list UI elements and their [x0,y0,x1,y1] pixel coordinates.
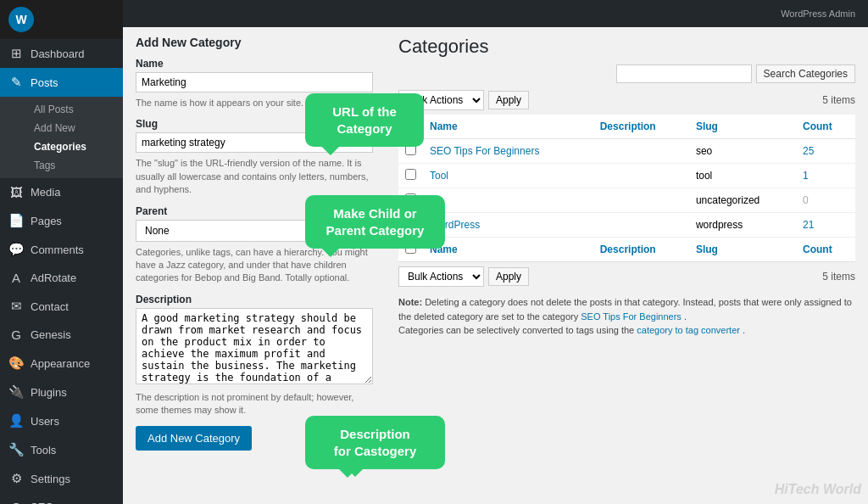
note-section: Note: Deleting a category does not delet… [398,295,855,338]
submenu-categories[interactable]: Categories [25,137,123,156]
sidebar-label-seo: SEO [31,501,53,504]
categories-table-panel: Categories Search Categories Bulk Action… [386,27,868,504]
watermark: HiTech World [775,482,861,497]
items-count-top: 5 items [822,94,855,106]
col-slug-footer[interactable]: Slug [689,238,796,262]
sidebar-item-settings[interactable]: ⚙ Settings [0,464,123,493]
slug-hint: The "slug" is the URL-friendly version o… [136,157,373,196]
sidebar-item-contact[interactable]: ✉ Contact [0,292,123,321]
sidebar-item-users[interactable]: 👤 Users [0,406,123,435]
row-count: 21 [796,213,855,238]
row-checkbox[interactable] [405,193,416,204]
select-all-header[interactable] [398,115,423,139]
cat-name-empty [423,188,593,213]
row-slug: wordpress [689,213,796,238]
search-input[interactable] [616,64,752,83]
comments-icon: 💬 [8,242,24,257]
content-area: Add New Category Name The name is how it… [123,27,868,504]
sidebar-item-adrotate[interactable]: A AdRotate [0,264,123,292]
sidebar-label-appearance: Appearance [31,357,90,370]
description-textarea[interactable]: A good marketing strategy should be draw… [136,308,373,384]
row-checkbox[interactable] [405,218,416,229]
sidebar-item-pages[interactable]: 📄 Pages [0,206,123,235]
col-name-footer[interactable]: Name [423,238,593,262]
sidebar-item-seo[interactable]: S SEO [0,493,123,504]
table-row: WordPress wordpress 21 [398,213,855,238]
submenu-tags[interactable]: Tags [25,156,123,175]
name-hint: The name is how it appears on your site. [136,97,373,109]
table-row: Tool tool 1 [398,164,855,188]
bulk-actions-bottom: Bulk Actions Delete Apply 5 items [398,266,855,287]
search-button[interactable]: Search Categories [756,64,855,83]
sidebar-item-posts[interactable]: ✎ Posts [0,68,123,97]
table-row: uncategorized 0 [398,188,855,213]
note-text2: . [684,311,687,322]
col-slug[interactable]: Slug [689,115,796,139]
settings-icon: ⚙ [8,471,24,486]
sidebar-label-media: Media [31,186,60,199]
apply-button-top[interactable]: Apply [488,91,529,109]
topbar-info: WordPress Admin [781,8,855,19]
select-all-checkbox[interactable] [405,120,416,131]
row-slug: uncategorized [689,188,796,213]
sidebar-label-genesis: Genesis [31,328,71,341]
pages-icon: 📄 [8,213,24,228]
sidebar-label-adrotate: AdRotate [31,272,76,284]
note-text4: . [743,325,745,335]
col-name[interactable]: Name [423,115,593,139]
adrotate-icon: A [8,271,24,285]
sidebar-item-dashboard[interactable]: ⊞ Dashboard [0,39,123,68]
cat-name-link[interactable]: SEO Tips For Beginners [430,145,539,157]
col-count-footer[interactable]: Count [796,238,855,262]
sidebar-item-genesis[interactable]: G Genesis [0,321,123,349]
apply-button-bottom[interactable]: Apply [488,267,529,286]
row-description [593,139,689,164]
col-description[interactable]: Description [593,115,689,139]
table-row: SEO Tips For Beginners seo 25 [398,139,855,164]
col-count[interactable]: Count [796,115,855,139]
sidebar-item-appearance[interactable]: 🎨 Appearance [0,349,123,378]
submenu-all-posts[interactable]: All Posts [25,100,123,119]
row-checkbox[interactable] [405,144,416,155]
genesis-icon: G [8,328,24,342]
parent-hint: Categories, unlike tags, can have a hier… [136,246,373,285]
select-all-footer-checkbox[interactable] [405,243,416,254]
sidebar-item-tools[interactable]: 🔧 Tools [0,435,123,464]
posts-icon: ✎ [8,75,24,90]
submenu-add-new[interactable]: Add New [25,119,123,137]
users-icon: 👤 [8,413,24,428]
add-new-button[interactable]: Add New Category [136,426,252,451]
col-description-footer[interactable]: Description [593,238,689,262]
add-new-title: Add New Category [136,36,373,49]
bulk-actions-top: Bulk Actions Delete Apply 5 items [398,90,855,110]
note-label: Note: [398,297,422,307]
bulk-actions-select-top[interactable]: Bulk Actions Delete [398,90,484,110]
bulk-actions-select-bottom[interactable]: Bulk Actions Delete [398,266,484,287]
note-category-link[interactable]: SEO Tips For Beginners [581,311,682,322]
sidebar-item-plugins[interactable]: 🔌 Plugins [0,378,123,406]
slug-input[interactable] [136,132,373,153]
row-checkbox[interactable] [405,169,416,180]
sidebar-label-dashboard: Dashboard [31,48,85,60]
sidebar-label-comments: Comments [31,244,84,256]
converter-link[interactable]: category to tag converter [637,325,740,335]
cat-name-link[interactable]: Tool [430,170,448,182]
parent-select[interactable]: None SEO Tips For Beginners Tool WordPre… [136,220,373,242]
sidebar-label-plugins: Plugins [31,386,67,399]
items-count-bottom: 5 items [822,271,855,283]
sidebar-label-contact: Contact [31,300,69,313]
contact-icon: ✉ [8,299,24,314]
row-description [593,213,689,238]
row-count: 0 [796,188,855,213]
name-label: Name [136,58,373,70]
sidebar-label-users: Users [31,415,59,428]
seo-icon: S [8,500,24,504]
sidebar-item-comments[interactable]: 💬 Comments [0,235,123,264]
sidebar-logo: W [0,0,123,39]
description-label: Description [136,294,373,305]
appearance-icon: 🎨 [8,356,24,371]
sidebar-label-posts: Posts [31,76,58,89]
name-input[interactable] [136,72,373,92]
sidebar-item-media[interactable]: 🖼 Media [0,178,123,206]
cat-name-link[interactable]: WordPress [430,219,480,231]
